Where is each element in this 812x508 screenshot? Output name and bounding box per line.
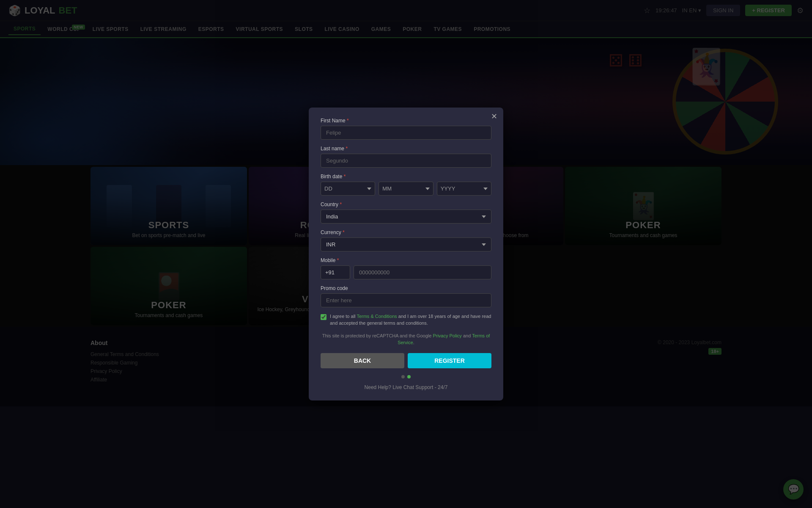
agree-checkbox[interactable] xyxy=(321,314,326,320)
terms-conditions-link[interactable]: Terms & Conditions xyxy=(357,314,397,319)
register-modal: ✕ First Name * Last name * Birth date * … xyxy=(309,108,503,400)
country-select[interactable]: India United States United Kingdom Germa… xyxy=(321,210,491,224)
birthdate-label: Birth date * xyxy=(321,174,491,179)
country-label: Country * xyxy=(321,202,491,207)
firstname-input[interactable] xyxy=(321,126,491,140)
lastname-group: Last name * xyxy=(321,146,491,168)
promo-input[interactable] xyxy=(321,293,491,307)
mobile-number-input[interactable] xyxy=(354,265,491,279)
register-modal-button[interactable]: REGISTER xyxy=(408,353,491,368)
agree-checkbox-row: I agree to all Terms & Conditions and I … xyxy=(321,313,491,326)
modal-close-button[interactable]: ✕ xyxy=(491,113,497,120)
required-marker: * xyxy=(347,118,349,124)
promo-label: Promo code xyxy=(321,285,491,291)
birthdate-row: DD 0102030405 0607080910 1112131415 1617… xyxy=(321,182,491,196)
privacy-policy-link[interactable]: Privacy Policy xyxy=(433,333,461,338)
modal-overlay: ✕ First Name * Last name * Birth date * … xyxy=(0,0,812,508)
required-marker: * xyxy=(337,257,339,263)
firstname-label: First Name * xyxy=(321,118,491,124)
lastname-input[interactable] xyxy=(321,154,491,168)
birthdate-month-select[interactable]: MM JanuaryFebruaryMarchApril MayJuneJuly… xyxy=(379,182,433,196)
mobile-label: Mobile * xyxy=(321,257,491,263)
required-marker: * xyxy=(344,174,346,179)
currency-select[interactable]: INR USD EUR GBP xyxy=(321,237,491,251)
back-button[interactable]: BACK xyxy=(321,353,404,368)
mobile-row xyxy=(321,265,491,279)
promo-group: Promo code xyxy=(321,285,491,307)
required-marker: * xyxy=(346,146,348,152)
lastname-label: Last name * xyxy=(321,146,491,152)
modal-buttons: BACK REGISTER xyxy=(321,353,491,368)
birthdate-day-select[interactable]: DD 0102030405 0607080910 1112131415 1617… xyxy=(321,182,375,196)
birthdate-year-select[interactable]: YYYY 2005200019951990 1985198019751970 xyxy=(437,182,491,196)
recaptcha-text: This site is protected by reCAPTCHA and … xyxy=(321,332,491,346)
required-marker: * xyxy=(343,229,345,235)
country-group: Country * India United States United Kin… xyxy=(321,202,491,224)
mobile-group: Mobile * xyxy=(321,257,491,279)
currency-group: Currency * INR USD EUR GBP xyxy=(321,229,491,251)
currency-label: Currency * xyxy=(321,229,491,235)
modal-help-text: Need Help? Live Chat Support - 24/7 xyxy=(321,384,491,390)
firstname-group: First Name * xyxy=(321,118,491,140)
step-dot-1 xyxy=(401,375,405,378)
modal-step-dots xyxy=(321,375,491,378)
required-marker: * xyxy=(340,202,342,207)
step-dot-2 xyxy=(407,375,411,378)
mobile-prefix-input[interactable] xyxy=(321,265,350,279)
agree-text: I agree to all Terms & Conditions and I … xyxy=(330,313,491,326)
birthdate-group: Birth date * DD 0102030405 0607080910 11… xyxy=(321,174,491,196)
